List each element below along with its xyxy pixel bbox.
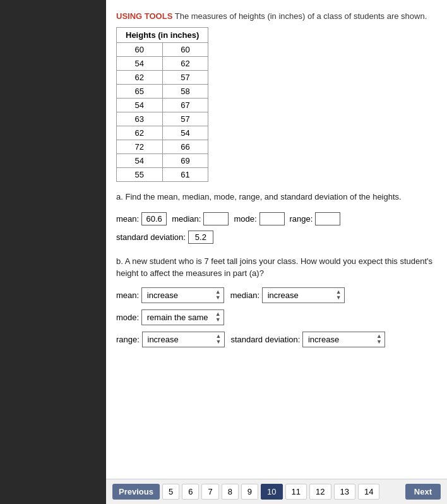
page-nav-button[interactable]: 11: [285, 484, 307, 500]
mean-label: mean:: [116, 214, 139, 224]
b-stddev-label: standard deviation:: [231, 335, 301, 344]
answer-row-b1: mean: increasedecreaseremain the same ▲▼…: [116, 287, 434, 325]
b-range-select-wrapper[interactable]: increasedecreaseremain the same ▲▼: [142, 332, 225, 347]
header-description: The measures of heights (in inches) of a…: [175, 11, 427, 21]
mode-label: mode:: [234, 214, 256, 224]
b-mode-group: mode: increasedecreaseremain the same ▲▼: [116, 309, 224, 325]
table-cell: 67: [162, 99, 208, 112]
answer-row-a: mean: 60.6 median: mode: range: standard…: [116, 212, 434, 244]
mean-value: 60.6: [141, 212, 167, 225]
next-button[interactable]: Next: [405, 484, 441, 500]
b-mean-select-wrapper[interactable]: increasedecreaseremain the same ▲▼: [141, 287, 224, 303]
b-mean-label: mean:: [116, 291, 139, 300]
b-mode-label: mode:: [116, 313, 139, 322]
table-cell: 62: [117, 126, 163, 140]
b-range-label: range:: [116, 335, 140, 344]
nav-bar: Previous 567891011121314 Next: [106, 479, 447, 504]
question-a: a. Find the mean, median, mode, range, a…: [116, 191, 434, 203]
table-row: 5462: [117, 57, 208, 71]
prev-button[interactable]: Previous: [112, 484, 160, 500]
mode-input[interactable]: [259, 212, 285, 225]
page-nav-button[interactable]: 14: [358, 484, 379, 500]
table-cell: 66: [162, 140, 208, 154]
b-median-label: median:: [230, 291, 259, 300]
table-row: 6060: [117, 43, 208, 57]
table-cell: 54: [117, 57, 163, 71]
page-nav-button[interactable]: 9: [241, 484, 258, 500]
b-stddev-group: standard deviation: increasedecreaserema…: [231, 332, 385, 347]
heights-table: Heights (in inches) 60605462625765585467…: [116, 27, 208, 182]
page-buttons: 567891011121314: [162, 484, 380, 500]
mode-group: mode:: [234, 212, 284, 225]
table-row: 6254: [117, 126, 208, 140]
b-mode-select-wrapper[interactable]: increasedecreaseremain the same ▲▼: [141, 309, 224, 325]
b-mean-select[interactable]: increasedecreaseremain the same: [142, 288, 224, 303]
table-row: 7266: [117, 140, 208, 154]
page-nav-button[interactable]: 7: [201, 484, 218, 500]
answer-row-b2: range: increasedecreaseremain the same ▲…: [116, 332, 434, 347]
question-a-text: a. Find the mean, median, mode, range, a…: [116, 192, 402, 201]
table-row: 6357: [117, 112, 208, 126]
left-panel: [0, 0, 106, 504]
b-median-select[interactable]: increasedecreaseremain the same: [263, 288, 344, 303]
table-row: 5469: [117, 154, 208, 168]
b-median-group: median: increasedecreaseremain the same …: [230, 287, 345, 303]
page-nav-button[interactable]: 12: [309, 484, 331, 500]
page-nav-button[interactable]: 8: [222, 484, 239, 500]
table-cell: 61: [162, 168, 208, 182]
table-cell: 63: [117, 112, 163, 126]
table-row: 6558: [117, 85, 208, 99]
table-cell: 62: [162, 57, 208, 71]
table-cell: 62: [117, 71, 163, 85]
using-tools-header: USING TOOLS The measures of heights (in …: [116, 11, 434, 21]
std-dev-value: 5.2: [188, 231, 213, 244]
b-mode-select[interactable]: increasedecreaseremain the same: [142, 310, 224, 325]
b-mean-group: mean: increasedecreaseremain the same ▲▼: [116, 287, 224, 303]
table-cell: 69: [162, 154, 208, 168]
b-stddev-select[interactable]: increasedecreaseremain the same: [303, 332, 384, 347]
mean-group: mean: 60.6: [116, 212, 167, 225]
main-content: USING TOOLS The measures of heights (in …: [106, 0, 447, 504]
using-tools-label: USING TOOLS: [116, 11, 172, 21]
page-nav-button[interactable]: 10: [261, 484, 282, 500]
question-b-text: b. A new student who is 7 feet tall join…: [116, 256, 432, 279]
table-row: 6257: [117, 71, 208, 85]
b-range-select[interactable]: increasedecreaseremain the same: [143, 332, 224, 347]
median-label: median:: [172, 214, 201, 224]
table-cell: 55: [117, 168, 163, 182]
table-cell: 60: [117, 43, 163, 57]
page-nav-button[interactable]: 5: [162, 484, 179, 500]
table-cell: 72: [117, 140, 163, 154]
range-input[interactable]: [315, 212, 340, 225]
table-cell: 65: [117, 85, 163, 99]
table-cell: 54: [162, 126, 208, 140]
table-cell: 57: [162, 71, 208, 85]
page-nav-button[interactable]: 13: [334, 484, 355, 500]
median-group: median:: [172, 212, 229, 225]
std-dev-group: standard deviation: 5.2: [116, 231, 213, 244]
page-nav-button[interactable]: 6: [182, 484, 199, 500]
b-median-select-wrapper[interactable]: increasedecreaseremain the same ▲▼: [262, 287, 345, 303]
range-group: range:: [290, 212, 341, 225]
std-dev-label: standard deviation:: [116, 232, 186, 242]
b-stddev-select-wrapper[interactable]: increasedecreaseremain the same ▲▼: [302, 332, 385, 347]
table-header: Heights (in inches): [117, 28, 208, 43]
table-cell: 60: [162, 43, 208, 57]
table-row: 5561: [117, 168, 208, 182]
table-cell: 54: [117, 154, 163, 168]
table-row: 5467: [117, 99, 208, 112]
table-cell: 58: [162, 85, 208, 99]
range-label: range:: [290, 214, 313, 224]
b-range-group: range: increasedecreaseremain the same ▲…: [116, 332, 225, 347]
median-input[interactable]: [203, 212, 229, 225]
table-cell: 54: [117, 99, 163, 112]
table-cell: 57: [162, 112, 208, 126]
question-b: b. A new student who is 7 feet tall join…: [116, 255, 434, 280]
